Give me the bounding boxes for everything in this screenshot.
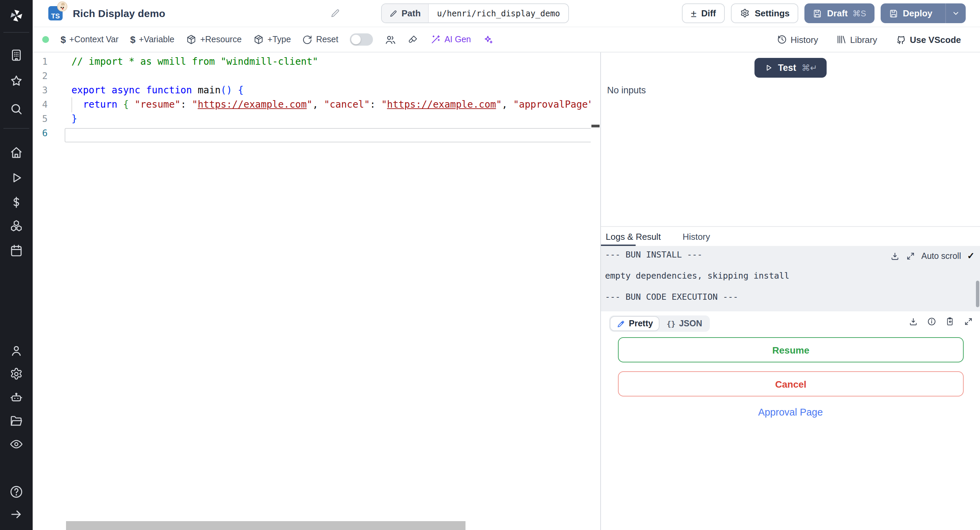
assistant-sparkles-button[interactable]	[482, 34, 494, 45]
content-area: 1// import * as wmill from "windmill-cli…	[33, 53, 980, 530]
auto-scroll-checkbox[interactable]: ✓	[967, 251, 975, 261]
add-context-var-button[interactable]: $ +Context Var	[60, 34, 118, 45]
cancel-button[interactable]: Cancel	[618, 371, 964, 396]
path-pencil-icon	[389, 9, 398, 18]
magic-wand-icon	[430, 34, 441, 45]
fullscreen-result-icon[interactable]	[964, 317, 973, 326]
add-context-var-label: +Context Var	[69, 35, 119, 44]
format-brush-button[interactable]	[408, 34, 418, 45]
pretty-tab[interactable]: Pretty	[611, 317, 659, 330]
overview-ruler-gutter	[591, 53, 600, 521]
line-number: 4	[33, 97, 48, 112]
workspace-building-icon[interactable]	[9, 48, 24, 62]
schedules-calendar-icon[interactable]	[9, 244, 24, 258]
settings-button[interactable]: Settings	[731, 3, 799, 23]
code-line[interactable]: 2	[33, 69, 600, 83]
editor-horizontal-scrollbar[interactable]	[66, 521, 466, 530]
expand-sidebar-arrow-icon[interactable]	[9, 507, 24, 522]
package-icon	[253, 34, 264, 45]
library-label: Library	[850, 34, 877, 45]
path-button[interactable]: Path u/henri/rich_display_demo	[381, 3, 569, 23]
folders-icon[interactable]	[9, 414, 24, 428]
diff-label: Diff	[701, 8, 716, 18]
tab-logs-result[interactable]: Logs & Result	[606, 227, 661, 246]
runs-play-icon[interactable]	[9, 171, 24, 185]
tab-history[interactable]: History	[682, 227, 710, 246]
github-cat-icon	[895, 34, 907, 45]
json-tab[interactable]: {} JSON	[660, 317, 708, 330]
deploy-button[interactable]: Deploy	[880, 3, 966, 23]
code-editor[interactable]: 1// import * as wmill from "windmill-cli…	[33, 53, 600, 530]
download-result-icon[interactable]	[908, 317, 918, 326]
path-label-segment: Path	[382, 4, 429, 22]
settings-gear-icon[interactable]	[9, 367, 24, 381]
pen-nib-icon	[617, 319, 625, 328]
add-resource-button[interactable]: +Resource	[186, 34, 242, 45]
log-output[interactable]: --- BUN INSTALL ---empty dependencies, s…	[601, 246, 980, 311]
result-area: Pretty {} JSON	[601, 311, 980, 530]
logs-result-pane: Logs & Result History --- BUN INSTALL --…	[601, 226, 980, 530]
result-view-switcher: Pretty {} JSON	[609, 315, 710, 332]
variables-dollar-icon[interactable]	[9, 195, 24, 209]
info-icon[interactable]	[927, 317, 937, 326]
help-icon[interactable]	[9, 484, 24, 499]
code-line[interactable]: 5}	[33, 112, 600, 126]
windmill-logo[interactable]	[8, 8, 24, 24]
code-line[interactable]: 4 return { "resume": "https://example.co…	[33, 97, 600, 112]
download-logs-icon[interactable]	[890, 251, 899, 260]
resources-cubes-icon[interactable]	[9, 219, 24, 233]
play-icon	[764, 63, 772, 72]
code-line[interactable]: 3export async function main() {	[33, 83, 600, 97]
workers-robot-icon[interactable]	[9, 391, 24, 405]
add-type-button[interactable]: +Type	[253, 34, 291, 45]
sidebar-divider	[3, 32, 29, 33]
deploy-label: Deploy	[903, 8, 932, 18]
deploy-dropdown-segment[interactable]	[945, 3, 966, 23]
test-label: Test	[778, 63, 796, 73]
multiplayer-button[interactable]	[385, 34, 396, 45]
history-clock-icon	[776, 34, 787, 45]
library-button[interactable]: Library	[836, 34, 877, 45]
line-number: 1	[33, 54, 48, 69]
copy-clipboard-icon[interactable]	[945, 317, 955, 326]
sparkles-icon	[482, 34, 494, 45]
expand-logs-icon[interactable]	[905, 251, 915, 260]
overview-ruler-marker	[592, 125, 600, 128]
vscode-button[interactable]: Use VScode	[895, 34, 961, 45]
history-label: History	[791, 34, 818, 45]
code-line[interactable]: 6	[33, 126, 600, 140]
line-number: 6	[33, 126, 48, 140]
path-label: Path	[401, 8, 421, 18]
add-variable-button[interactable]: $ +Variable	[130, 34, 174, 45]
no-inputs-text: No inputs	[607, 85, 646, 95]
add-variable-label: +Variable	[139, 35, 174, 44]
app-window: TS Rich Display demo Path u/henri/rich_d…	[0, 0, 980, 530]
ai-gen-label: AI Gen	[444, 35, 471, 44]
path-value: u/henri/rich_display_demo	[429, 4, 568, 22]
bao-emoji-badge	[57, 2, 67, 11]
reset-button[interactable]: Reset	[302, 34, 338, 45]
resume-button[interactable]: Resume	[618, 337, 964, 362]
users-person-icon[interactable]	[9, 344, 24, 358]
search-icon[interactable]	[9, 102, 24, 116]
draft-button[interactable]: Draft ⌘S	[805, 3, 875, 23]
home-icon[interactable]	[9, 145, 24, 160]
ai-gen-button[interactable]: AI Gen	[430, 34, 471, 45]
code-lines[interactable]: 1// import * as wmill from "windmill-cli…	[33, 54, 600, 140]
deploy-main-segment[interactable]: Deploy	[880, 3, 940, 23]
rename-pencil-icon[interactable]	[330, 8, 340, 18]
code-line[interactable]: 1// import * as wmill from "windmill-cli…	[33, 54, 600, 69]
reset-label: Reset	[316, 35, 338, 44]
history-button[interactable]: History	[776, 34, 818, 45]
editor-toolbar: $ +Context Var $ +Variable +Resource +Ty…	[33, 27, 980, 53]
approval-page-link[interactable]: Approval Page	[601, 407, 980, 418]
log-line: --- BUN CODE EXECUTION ---	[605, 292, 738, 302]
log-scrollbar-thumb[interactable]	[976, 281, 979, 307]
audit-eye-icon[interactable]	[9, 437, 24, 451]
test-button[interactable]: Test ⌘↵	[754, 58, 827, 78]
status-dot	[42, 36, 49, 43]
favorites-star-icon[interactable]	[9, 74, 24, 88]
vscode-label: Use VScode	[910, 34, 961, 45]
diff-button[interactable]: ± Diff	[682, 3, 725, 23]
diff-mode-toggle[interactable]	[350, 34, 373, 46]
